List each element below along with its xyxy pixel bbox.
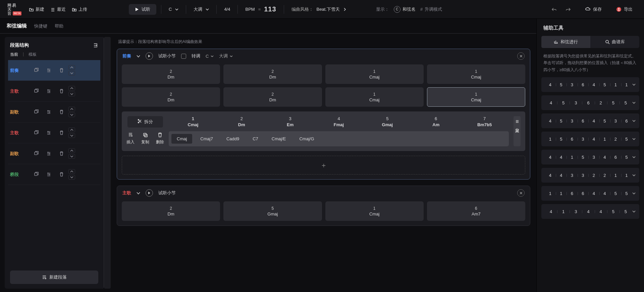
chevron-down-icon[interactable] <box>632 209 636 213</box>
settings-icon[interactable] <box>43 172 54 177</box>
delete-icon[interactable] <box>56 172 67 177</box>
tab-help[interactable]: 帮助 <box>55 23 63 29</box>
copy-icon[interactable] <box>30 68 42 73</box>
new-button[interactable]: 新建 <box>29 6 44 12</box>
preview-play-button[interactable] <box>146 52 153 60</box>
degree-option[interactable]: 1Cmaj <box>169 116 217 127</box>
preview-play-button[interactable] <box>146 189 153 197</box>
chord-cell[interactable]: 2 Dm <box>122 64 220 84</box>
progression-item[interactable]: 44153465 <box>541 150 639 164</box>
structure-tab-template[interactable]: 模板 <box>29 52 37 57</box>
collapse-icon[interactable] <box>93 43 98 48</box>
close-section-icon[interactable]: ✕ <box>517 189 525 197</box>
chord-cell[interactable]: 6 Am7 <box>427 201 525 221</box>
section-row[interactable]: 副歌 <box>8 102 100 123</box>
copy-icon[interactable] <box>30 109 42 114</box>
progression-item[interactable]: 4536255 <box>541 95 639 110</box>
section-mode-select[interactable]: 大调 <box>219 53 233 59</box>
chord-variant[interactable]: Cmaj <box>171 134 192 144</box>
style-select[interactable]: 编曲风格： Beat.下雪天 <box>289 5 349 14</box>
section-row[interactable]: 副歌 <box>8 143 100 164</box>
section-row[interactable]: 前奏 <box>8 60 100 81</box>
chevron-down-icon[interactable] <box>137 191 140 195</box>
chord-cell[interactable]: 1 Cmaj <box>325 201 424 221</box>
split-button[interactable]: 拆分 <box>127 116 163 128</box>
add-chord-button[interactable]: ＋ <box>122 156 525 175</box>
progression-item[interactable]: 11664455 <box>541 186 639 201</box>
progression-item[interactable]: 45364511 <box>541 77 639 92</box>
delete-icon[interactable] <box>56 130 67 135</box>
structure-tab-current[interactable]: 当前 <box>10 52 18 57</box>
custom-chord-tab[interactable]: 自定义 <box>514 116 521 146</box>
copy-icon[interactable] <box>30 130 42 135</box>
copy-icon[interactable] <box>30 151 42 156</box>
chord-cell[interactable]: 1 Cmaj <box>325 64 424 84</box>
tab-chord-progression[interactable]: 和弦进行 <box>541 36 590 48</box>
toggle-sharp-mode[interactable]: # 升调模式 <box>420 6 442 12</box>
chord-cell[interactable]: 2 Dm <box>223 87 322 107</box>
chevron-down-icon[interactable] <box>632 191 636 195</box>
move-down-icon[interactable] <box>68 133 75 138</box>
move-down-icon[interactable] <box>68 175 75 180</box>
delete-icon[interactable] <box>56 68 67 73</box>
settings-icon[interactable] <box>43 151 54 156</box>
move-up-icon[interactable] <box>68 148 75 153</box>
key-select[interactable]: C <box>166 5 181 13</box>
new-section-button[interactable]: 新建段落 <box>10 271 98 284</box>
progression-item[interactable]: 4134455 <box>541 204 639 219</box>
chord-variant[interactable]: Cmaj7 <box>195 134 218 144</box>
chord-cell[interactable]: 1 Cmaj <box>325 87 424 107</box>
settings-icon[interactable] <box>43 68 54 73</box>
degree-option[interactable]: 7Bm7b5 <box>460 116 509 127</box>
mode-select[interactable]: 大调 <box>191 5 212 14</box>
delete-icon[interactable] <box>56 89 67 94</box>
settings-icon[interactable] <box>43 89 54 94</box>
tab-shortcuts[interactable]: 快捷键 <box>34 23 47 29</box>
degree-option[interactable]: 5Gmaj <box>363 116 412 127</box>
tab-chord-edit[interactable]: 和弦编辑 <box>7 23 27 29</box>
close-section-icon[interactable]: ✕ <box>517 52 525 60</box>
delete-icon[interactable] <box>56 151 67 156</box>
transpose-checkbox[interactable] <box>181 54 186 59</box>
upload-button[interactable]: 上传 <box>72 6 87 12</box>
chord-variant[interactable]: Cadd9 <box>221 134 245 144</box>
chevron-down-icon[interactable] <box>632 101 636 105</box>
section-key-select[interactable]: C <box>206 54 214 59</box>
chevron-down-icon[interactable] <box>632 119 636 123</box>
degree-option[interactable]: 3Em <box>266 116 315 127</box>
bpm-control[interactable]: BPM = 113 <box>243 4 279 14</box>
copy-icon[interactable] <box>30 89 42 94</box>
move-down-icon[interactable] <box>68 92 75 96</box>
section-row[interactable]: 主歌 <box>8 123 100 143</box>
chevron-down-icon[interactable] <box>632 155 636 159</box>
time-signature[interactable]: 4/4 <box>221 5 233 13</box>
move-up-icon[interactable] <box>68 65 75 70</box>
section-row[interactable]: 桥段 <box>8 164 100 185</box>
export-button[interactable]: 导出 <box>612 4 637 14</box>
settings-icon[interactable] <box>43 109 54 114</box>
copy-button[interactable]: 复制 <box>141 132 149 145</box>
tab-score-library[interactable]: 曲谱库 <box>590 36 639 48</box>
recent-button[interactable]: 最近 <box>50 6 66 12</box>
chevron-down-icon[interactable] <box>137 54 140 58</box>
degree-option[interactable]: 6Am <box>412 116 460 127</box>
settings-icon[interactable] <box>43 130 54 135</box>
chevron-down-icon[interactable] <box>632 83 636 87</box>
degree-option[interactable]: 4Fmaj <box>315 116 363 127</box>
delete-icon[interactable] <box>56 109 67 114</box>
move-down-icon[interactable] <box>68 112 75 117</box>
chord-cell[interactable]: 2 Dm <box>122 87 220 107</box>
insert-button[interactable]: 插入 <box>126 132 135 145</box>
move-up-icon[interactable] <box>68 169 75 174</box>
section-row[interactable]: 主歌 <box>8 81 100 102</box>
move-up-icon[interactable] <box>68 86 75 91</box>
chord-cell[interactable]: 1 Cmaj <box>427 87 525 107</box>
chevron-down-icon[interactable] <box>632 173 636 177</box>
redo-icon[interactable] <box>565 7 571 12</box>
chord-cell[interactable]: 1 Cmaj <box>427 64 525 84</box>
play-button[interactable]: 试听 <box>129 4 156 15</box>
progression-item[interactable]: 15634125 <box>541 132 639 146</box>
progression-item[interactable]: 44332211 <box>541 168 639 183</box>
chevron-down-icon[interactable] <box>632 137 636 141</box>
save-button[interactable]: 保存 <box>581 4 606 14</box>
